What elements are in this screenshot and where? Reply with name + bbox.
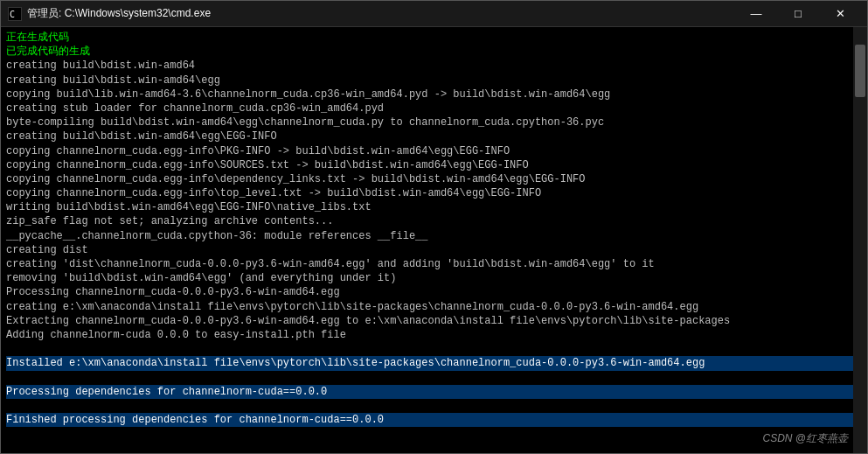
title-bar: C 管理员: C:\Windows\system32\cmd.exe — □ ✕ [1,1,867,27]
scrollbar-thumb[interactable] [855,45,865,97]
terminal-content: 正在生成代码 已完成代码的生成 creating build\bdist.win… [6,31,862,453]
title-bar-left: C 管理员: C:\Windows\system32\cmd.exe [8,6,211,21]
cmd-window: C 管理员: C:\Windows\system32\cmd.exe — □ ✕… [0,0,868,454]
watermark: CSDN @红枣燕壶 [762,431,848,446]
cmd-icon: C [8,7,22,21]
window-title: 管理员: C:\Windows\system32\cmd.exe [27,6,211,21]
close-button[interactable]: ✕ [820,1,860,27]
scrollbar[interactable] [853,27,867,453]
maximize-button[interactable]: □ [778,1,818,27]
svg-text:C: C [10,10,15,19]
minimize-button[interactable]: — [736,1,776,27]
window-controls: — □ ✕ [736,1,860,27]
terminal-area[interactable]: 正在生成代码 已完成代码的生成 creating build\bdist.win… [1,27,867,453]
